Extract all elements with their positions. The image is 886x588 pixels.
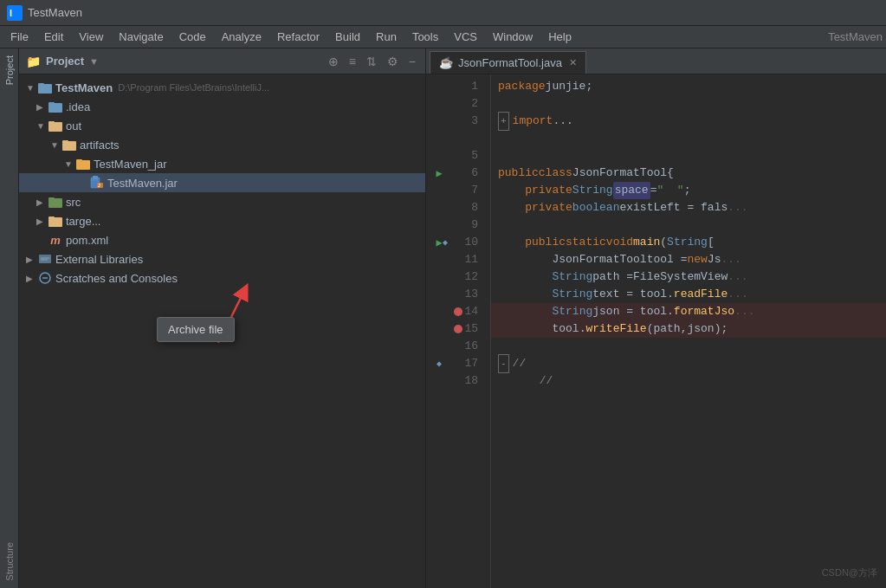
linenum-9: 9 xyxy=(452,216,483,234)
structure-side-tab[interactable]: Structure xyxy=(3,535,16,588)
window-title-right: TestMaven xyxy=(828,30,883,43)
truncate-14: ... xyxy=(734,303,754,320)
class-ref-11: JsonFormatTool xyxy=(552,251,646,268)
tab-bar: ☕ JsonFormatTool.java ✕ xyxy=(426,48,886,74)
scope-icon[interactable]: ⊕ xyxy=(326,53,341,70)
gutter-17[interactable]: ◆ xyxy=(426,355,452,372)
scratches-label: Scratches and Consoles xyxy=(55,272,178,285)
ext-lib-icon xyxy=(38,252,52,266)
gutter-14 xyxy=(426,303,452,320)
var-text: text = tool. xyxy=(592,286,674,303)
code-line-13: String text = tool. readFile ... xyxy=(491,286,886,303)
settings-icon[interactable]: ⚙ xyxy=(385,53,401,70)
root-arrow: ▼ xyxy=(26,83,35,93)
bookmark-icon-17[interactable]: ◆ xyxy=(437,359,442,369)
method-writefile: writeFile xyxy=(585,320,646,338)
linenum-3: 3 xyxy=(452,113,483,130)
menu-build[interactable]: Build xyxy=(328,29,367,45)
out-label: out xyxy=(66,120,81,132)
gutter-18 xyxy=(426,372,452,390)
artifacts-arrow: ▼ xyxy=(50,140,59,150)
line-numbers: 1 2 3 5 6 7 8 9 10 11 12 13 14 15 xyxy=(452,74,491,588)
kw-new-11: new xyxy=(687,251,707,268)
fold-icon-3[interactable]: + xyxy=(498,112,509,131)
bracket-10: [ xyxy=(708,234,715,251)
linenum-13: 13 xyxy=(452,286,483,303)
tree-item-testmaven-jar-folder[interactable]: ▼ TestMaven_jar xyxy=(19,154,425,173)
target-arrow: ▶ xyxy=(36,216,45,226)
code-content[interactable]: package junjie ; + import ... xyxy=(491,74,886,588)
breakpoint-14 xyxy=(454,307,462,316)
fsv-ref: FileSystemView xyxy=(633,268,728,286)
pom-label: pom.xml xyxy=(66,234,108,247)
menu-view[interactable]: View xyxy=(72,29,110,45)
menu-refactor[interactable]: Refactor xyxy=(270,29,327,45)
editor-tab-jsonformattool[interactable]: ☕ JsonFormatTool.java ✕ xyxy=(430,51,586,74)
pkg-name: junjie xyxy=(546,78,586,95)
scratches-arrow: ▶ xyxy=(26,274,35,283)
truncate-8: ... xyxy=(728,199,747,216)
panel-title: Project xyxy=(46,55,84,68)
args-15: (path,json); xyxy=(647,320,728,338)
semicolon-1: ; xyxy=(585,78,592,95)
artifacts-folder-icon xyxy=(62,138,76,152)
menu-code[interactable]: Code xyxy=(172,29,213,45)
var-json: json = tool. xyxy=(592,303,674,320)
run-icon-6[interactable]: ▶ xyxy=(436,167,442,180)
menu-edit[interactable]: Edit xyxy=(37,29,70,45)
truncate-11: ... xyxy=(721,251,740,268)
tree-item-scratches[interactable]: ▶ Scratches and Consoles xyxy=(19,268,425,288)
run-icon-10[interactable]: ▶ xyxy=(436,236,442,249)
menu-tools[interactable]: Tools xyxy=(405,29,445,45)
menu-analyze[interactable]: Analyze xyxy=(215,29,268,45)
svg-text:J: J xyxy=(98,183,100,188)
target-label: targe... xyxy=(66,215,100,228)
expand-icon[interactable]: ⇅ xyxy=(364,53,379,70)
tool-ref-15: tool. xyxy=(552,320,585,338)
tree-item-artifacts[interactable]: ▼ artifacts xyxy=(19,135,425,154)
extlib-arrow: ▶ xyxy=(26,255,35,264)
type-bool-8: boolean xyxy=(572,199,620,216)
code-line-10: public static void main ( String [ xyxy=(491,234,886,251)
src-folder-icon xyxy=(49,195,62,209)
tree-item-root[interactable]: ▼ TestMaven D:\Program Files\JetBrains\I… xyxy=(19,78,425,97)
tooltip-container: Archive file xyxy=(157,317,235,342)
project-side-tab[interactable]: Project xyxy=(3,48,16,92)
svg-rect-13 xyxy=(93,176,98,179)
linenum-7: 7 xyxy=(452,182,483,199)
tree-item-idea[interactable]: ▶ .idea xyxy=(19,97,425,116)
collapse-all-icon[interactable]: ≡ xyxy=(346,53,359,70)
code-line-11: JsonFormatTool tool = new Js ... xyxy=(491,251,886,268)
idea-folder-icon xyxy=(49,100,62,113)
artifacts-label: artifacts xyxy=(80,139,120,152)
tree-item-out[interactable]: ▼ out xyxy=(19,116,425,135)
panel-folder-icon: 📁 xyxy=(26,55,41,68)
method-main: main xyxy=(633,234,660,251)
tree-item-pom[interactable]: ▶ m pom.xml xyxy=(19,230,425,249)
gutter-6[interactable]: ▶ xyxy=(426,165,452,182)
jar-file-icon: J xyxy=(90,176,104,190)
indent-12 xyxy=(498,268,552,286)
root-folder-icon xyxy=(38,81,52,94)
gutter-9 xyxy=(426,216,452,234)
menu-window[interactable]: Window xyxy=(486,29,540,45)
menu-navigate[interactable]: Navigate xyxy=(112,29,170,45)
gutter-8 xyxy=(426,199,452,216)
tree-item-src[interactable]: ▶ src xyxy=(19,192,425,211)
type-string-7: String xyxy=(572,182,613,199)
bookmark-icon-10[interactable]: ◆ xyxy=(443,237,448,248)
tree-item-ext-libs[interactable]: ▶ External Libraries xyxy=(19,249,425,268)
menu-file[interactable]: File xyxy=(3,29,36,45)
menu-help[interactable]: Help xyxy=(541,29,579,45)
menu-run[interactable]: Run xyxy=(369,29,404,45)
panel-dropdown-arrow[interactable]: ▼ xyxy=(89,56,99,67)
left-side-tabs: Project Structure xyxy=(0,48,19,588)
tab-close-button[interactable]: ✕ xyxy=(569,57,577,68)
app-title: TestMaven xyxy=(28,6,82,19)
fold-icon-17[interactable]: - xyxy=(498,354,509,373)
tree-item-target[interactable]: ▶ targe... xyxy=(19,211,425,230)
svg-rect-20 xyxy=(49,216,55,219)
menu-vcs[interactable]: VCS xyxy=(447,29,484,45)
minimize-icon[interactable]: − xyxy=(406,53,418,70)
tree-item-testmaven-jar[interactable]: ▶ J TestMaven.jar xyxy=(19,173,425,192)
